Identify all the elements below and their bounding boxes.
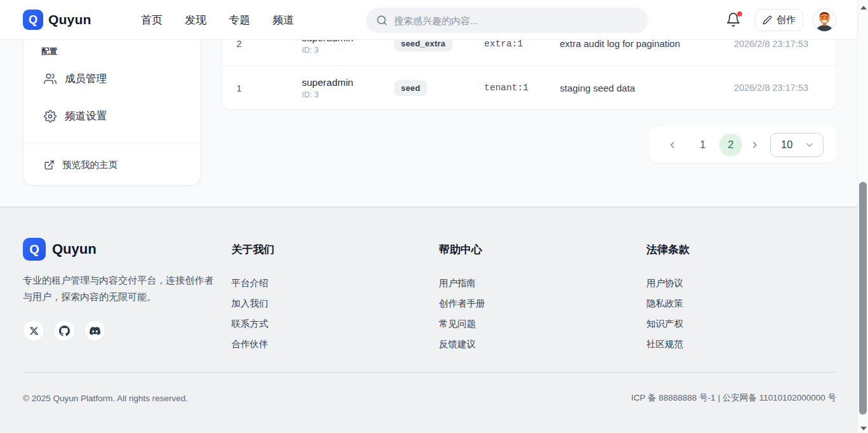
- footer-link-column: 关于我们 平台介绍加入我们联系方式合作伙伴: [231, 238, 421, 354]
- pencil-icon: [763, 15, 772, 25]
- footer-link[interactable]: 联系方式: [231, 313, 421, 334]
- row-target: tenant:1: [484, 83, 560, 93]
- pagination-bar: 12 10: [649, 127, 837, 163]
- scroll-down-arrow-icon[interactable]: [860, 427, 867, 430]
- sidebar-divider: [24, 142, 200, 143]
- action-badge: seed: [394, 80, 427, 96]
- discord-icon: [90, 326, 100, 336]
- notification-dot: [737, 11, 742, 17]
- page-button[interactable]: 1: [691, 134, 714, 156]
- footer-description: 专业的租户管理与内容交付平台，连接创作者与用户，探索内容的无限可能。: [23, 272, 214, 305]
- create-button[interactable]: 创作: [755, 9, 803, 31]
- row-username: superadmin: [302, 77, 394, 88]
- footer-link[interactable]: 用户协议: [646, 273, 836, 293]
- sidebar-section-label: 配置: [41, 46, 57, 57]
- main-nav: 首页发现专题频道: [141, 0, 295, 40]
- footer-column-title: 关于我们: [231, 242, 421, 257]
- footer-socials: [23, 320, 214, 341]
- footer-link[interactable]: 用户指南: [439, 273, 629, 293]
- users-icon: [44, 72, 57, 85]
- footer-link[interactable]: 知识产权: [646, 313, 836, 334]
- chevron-right-icon: [750, 140, 760, 150]
- footer-brand-column: Q Quyun 专业的租户管理与内容交付平台，连接创作者与用户，探索内容的无限可…: [23, 238, 214, 354]
- sidebar-item-channel-settings[interactable]: 频道设置: [31, 102, 193, 130]
- row-user: superadmin ID: 3: [302, 77, 394, 99]
- brand-logo-icon[interactable]: Q: [23, 10, 43, 30]
- scrollbar-thumb[interactable]: [859, 182, 867, 415]
- footer-link-column: 法律条款 用户协议隐私政策知识产权社区规范: [646, 238, 836, 354]
- github-social-button[interactable]: [53, 320, 75, 341]
- sidebar-item-members[interactable]: 成员管理: [31, 65, 193, 93]
- footer-link[interactable]: 隐私政策: [646, 293, 836, 313]
- row-id: 1: [236, 83, 302, 93]
- row-user-id: ID: 3: [302, 46, 394, 55]
- notifications-button[interactable]: [726, 12, 742, 29]
- page-footer: Q Quyun 专业的租户管理与内容交付平台，连接创作者与用户，探索内容的无限可…: [0, 207, 868, 433]
- scroll-up-arrow-icon[interactable]: [860, 6, 867, 10]
- footer-link[interactable]: 加入我们: [231, 293, 421, 313]
- footer-link-column: 帮助中心 用户指南创作者手册常见问题反馈建议: [439, 238, 629, 354]
- chevron-left-icon: [667, 140, 677, 150]
- nav-item-0[interactable]: 首页: [141, 13, 164, 27]
- top-navbar: Q Quyun 首页发现专题频道 创作: [0, 0, 868, 40]
- copyright-text: © 2025 Quyun Platform. All rights reserv…: [23, 394, 188, 403]
- footer-column-title: 帮助中心: [439, 242, 629, 257]
- chevron-down-icon: [804, 140, 815, 150]
- settings-sidebar: 配置 成员管理 频道设置 预览我的主页: [23, 28, 201, 186]
- discord-social-button[interactable]: [84, 320, 105, 341]
- github-icon: [59, 326, 70, 336]
- row-user-id: ID: 3: [302, 90, 394, 99]
- preview-homepage-label: 预览我的主页: [62, 159, 118, 171]
- sidebar-item-label: 成员管理: [65, 72, 107, 86]
- table-row[interactable]: 1 superadmin ID: 3 seed tenant:1 staging…: [222, 65, 836, 109]
- footer-link[interactable]: 创作者手册: [439, 293, 629, 313]
- footer-brand-name: Quyun: [52, 241, 97, 258]
- row-timestamp: 2026/2/8 23:17:53: [734, 83, 808, 93]
- footer-link[interactable]: 社区规范: [646, 334, 836, 354]
- brand-name[interactable]: Quyun: [48, 12, 92, 27]
- icp-text: ICP 备 88888888 号-1 | 公安网备 11010102000000…: [631, 392, 836, 404]
- user-avatar[interactable]: [813, 8, 836, 32]
- prev-page-button[interactable]: [665, 134, 680, 156]
- sidebar-item-label: 频道设置: [65, 109, 107, 123]
- x-icon: [29, 326, 39, 336]
- row-description: staging seed data: [560, 83, 734, 93]
- row-action: seed: [394, 80, 484, 96]
- footer-link[interactable]: 反馈建议: [439, 334, 629, 354]
- footer-brand-logo-icon: Q: [23, 238, 46, 261]
- search-icon: [376, 15, 388, 26]
- nav-item-2[interactable]: 专题: [229, 13, 252, 27]
- footer-column-title: 法律条款: [646, 242, 836, 257]
- search-bar[interactable]: [366, 8, 648, 33]
- gear-icon: [44, 110, 57, 123]
- page-button-active[interactable]: 2: [719, 134, 742, 156]
- create-button-label: 创作: [776, 14, 796, 26]
- x-social-button[interactable]: [23, 320, 44, 341]
- search-input[interactable]: [394, 15, 623, 26]
- footer-link[interactable]: 常见问题: [439, 313, 629, 334]
- page-size-value: 10: [781, 139, 792, 151]
- footer-link[interactable]: 合作伙伴: [231, 334, 421, 354]
- nav-item-3[interactable]: 频道: [273, 13, 295, 27]
- page-size-select[interactable]: 10: [770, 133, 824, 157]
- next-page-button[interactable]: [747, 134, 763, 156]
- external-link-icon: [44, 160, 55, 170]
- footer-link[interactable]: 平台介绍: [231, 273, 421, 293]
- vertical-scrollbar[interactable]: [857, 0, 868, 433]
- nav-item-1[interactable]: 发现: [185, 13, 208, 27]
- footer-divider: [23, 372, 836, 373]
- preview-homepage-link[interactable]: 预览我的主页: [31, 151, 193, 179]
